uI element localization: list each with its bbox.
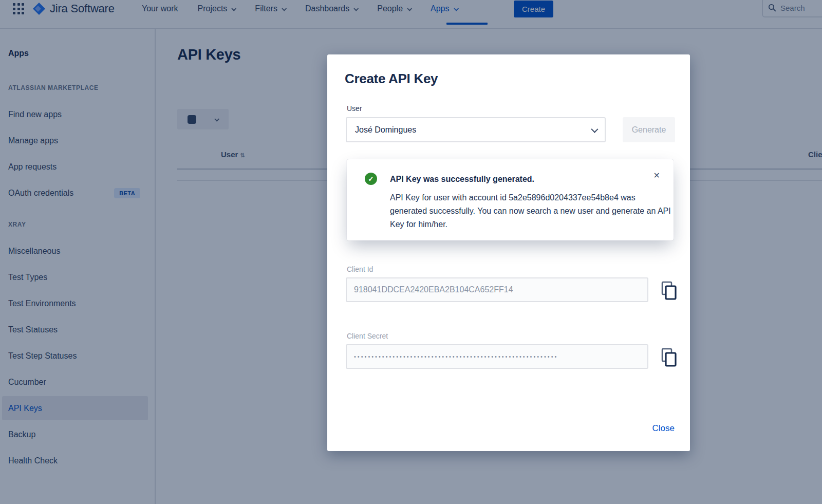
- user-select[interactable]: José Domingues: [346, 117, 606, 142]
- client-secret-label: Client Secret: [347, 332, 388, 340]
- flag-title: API Key was successfully generated.: [390, 175, 534, 184]
- chevron-down-icon: [591, 125, 598, 133]
- modal-close-button[interactable]: Close: [652, 423, 675, 434]
- flag-close-icon[interactable]: ✕: [653, 172, 660, 180]
- copy-client-id-button[interactable]: [660, 281, 679, 301]
- client-secret-input[interactable]: [346, 344, 648, 369]
- generate-button[interactable]: Generate: [623, 117, 675, 142]
- success-flag: ✓ API Key was successfully generated. ✕ …: [347, 159, 674, 240]
- copy-client-secret-button[interactable]: [660, 347, 679, 368]
- user-select-value: José Domingues: [355, 125, 416, 135]
- client-id-label: Client Id: [347, 265, 373, 273]
- copy-icon: [661, 281, 678, 301]
- flag-body: API Key for user with account id 5a2e589…: [390, 191, 672, 231]
- create-api-key-modal: Create API Key User José Domingues Gener…: [327, 54, 690, 451]
- copy-icon: [661, 347, 678, 368]
- modal-title: Create API Key: [345, 71, 438, 87]
- user-field-label: User: [347, 104, 362, 113]
- client-id-input[interactable]: [346, 277, 648, 302]
- success-check-icon: ✓: [365, 173, 377, 185]
